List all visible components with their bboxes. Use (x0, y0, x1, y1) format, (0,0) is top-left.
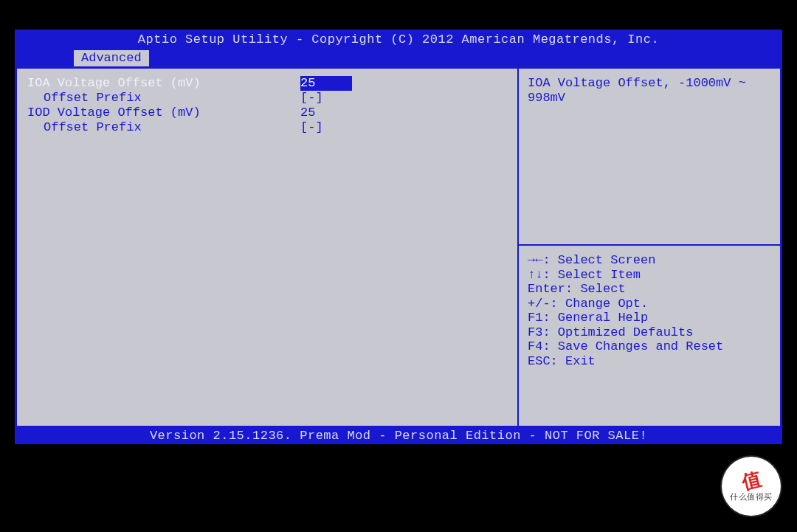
help-keys: →←: Select Screen ↑↓: Select Item Enter:… (519, 246, 780, 426)
help-description: IOA Voltage Offset, -1000mV ~ 998mV (519, 69, 780, 246)
setting-iod-offset-prefix[interactable]: Offset Prefix [-] (27, 120, 507, 135)
tab-advanced[interactable]: Advanced (74, 50, 149, 66)
help-panel: IOA Voltage Offset, -1000mV ~ 998mV →←: … (519, 69, 780, 426)
setting-value: [-] (300, 91, 352, 106)
help-key-line: ESC: Exit (528, 354, 771, 369)
tab-row: Advanced (15, 50, 782, 66)
help-key-line: →←: Select Screen (528, 253, 771, 268)
header-title: Aptio Setup Utility - Copyright (C) 2012… (15, 30, 782, 50)
main-frame: IOA Voltage Offset (mV) 25 Offset Prefix… (15, 66, 782, 428)
setting-iod-voltage-offset[interactable]: IOD Voltage Offset (mV) 25 (27, 106, 507, 120)
bios-screen: Aptio Setup Utility - Copyright (C) 2012… (15, 30, 782, 450)
setting-value: [-] (300, 120, 352, 135)
setting-label: IOD Voltage Offset (mV) (27, 106, 300, 120)
setting-ioa-offset-prefix[interactable]: Offset Prefix [-] (27, 91, 507, 106)
setting-label: IOA Voltage Offset (mV) (27, 76, 300, 91)
footer-version: Version 2.15.1236. Prema Mod - Personal … (15, 428, 782, 444)
setting-label: Offset Prefix (27, 91, 300, 106)
help-key-line: F4: Save Changes and Reset (528, 339, 771, 354)
help-key-line: F1: General Help (528, 311, 771, 325)
watermark-main: 值 (739, 469, 763, 492)
watermark-badge: 值 什么值得买 (722, 457, 781, 516)
help-key-line: Enter: Select (528, 282, 771, 297)
help-key-line: F3: Optimized Defaults (528, 325, 771, 340)
watermark-sub: 什么值得买 (730, 491, 773, 502)
settings-panel: IOA Voltage Offset (mV) 25 Offset Prefix… (17, 69, 519, 426)
setting-ioa-voltage-offset[interactable]: IOA Voltage Offset (mV) 25 (27, 76, 507, 91)
setting-label: Offset Prefix (27, 120, 300, 135)
setting-value: 25 (300, 106, 352, 120)
help-key-line: ↑↓: Select Item (528, 268, 771, 283)
setting-value: 25 (300, 76, 352, 91)
help-key-line: +/-: Change Opt. (528, 297, 771, 311)
